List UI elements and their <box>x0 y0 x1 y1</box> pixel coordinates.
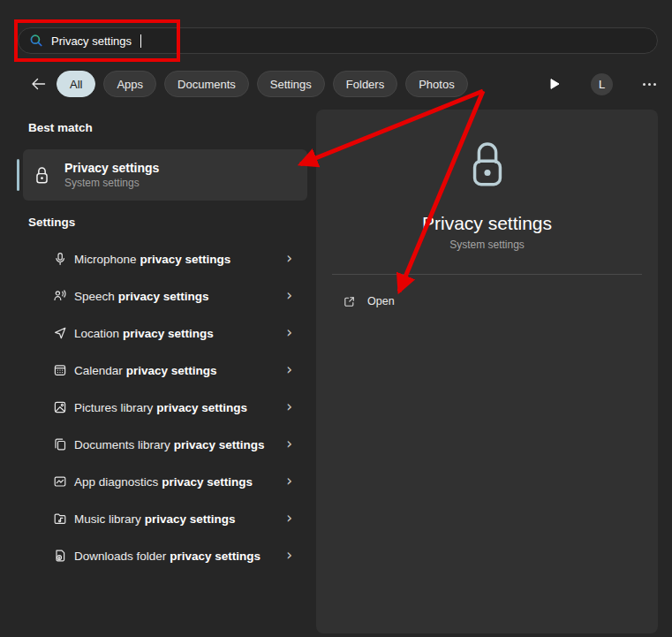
open-button[interactable]: Open <box>343 290 402 313</box>
chevron-right-icon: › <box>286 546 292 564</box>
downloads-icon <box>53 549 67 563</box>
result-speech-privacy[interactable]: Speechprivacy settings › <box>18 277 312 315</box>
location-icon <box>53 326 67 340</box>
result-calendar-privacy[interactable]: Calendarprivacy settings › <box>18 352 312 389</box>
settings-section-header: Settings <box>28 216 75 229</box>
selection-accent-bar <box>17 159 19 191</box>
chevron-right-icon: › <box>286 286 292 304</box>
play-icon[interactable] <box>548 77 561 91</box>
tab-documents[interactable]: Documents <box>164 71 249 97</box>
filter-tabs: All Apps Documents Settings Folders Phot… <box>57 71 468 97</box>
best-match-result[interactable]: Privacy settings System settings <box>23 149 307 201</box>
result-location-privacy[interactable]: Locationprivacy settings › <box>18 315 312 352</box>
chevron-right-icon: › <box>286 323 292 341</box>
settings-results-list: Microphoneprivacy settings › Speechpriva… <box>18 240 312 574</box>
avatar[interactable]: L <box>591 73 613 95</box>
best-match-subtitle: System settings <box>64 177 159 189</box>
documents-icon <box>53 437 67 451</box>
result-documents-library-privacy[interactable]: Documents libraryprivacy settings › <box>18 426 312 463</box>
result-downloads-folder-privacy[interactable]: Downloads folderprivacy settings › <box>18 537 312 574</box>
result-app-diagnostics-privacy[interactable]: App diagnosticsprivacy settings › <box>18 463 312 500</box>
toolbar-right-cluster: L <box>548 71 656 97</box>
best-match-header: Best match <box>28 121 93 134</box>
back-icon[interactable] <box>30 77 46 91</box>
open-external-icon <box>343 295 356 308</box>
preview-title: Privacy settings <box>316 213 658 234</box>
chevron-right-icon: › <box>286 435 292 452</box>
tab-all[interactable]: All <box>57 71 95 97</box>
preview-panel: Privacy settings System settings Open <box>316 110 658 633</box>
chevron-right-icon: › <box>286 472 292 489</box>
preview-subtitle: System settings <box>316 239 658 251</box>
divider <box>332 274 642 275</box>
tab-apps[interactable]: Apps <box>103 71 156 97</box>
text-caret <box>140 34 141 48</box>
open-button-label: Open <box>367 295 395 307</box>
microphone-icon <box>53 252 67 266</box>
speech-icon <box>53 289 67 303</box>
tab-folders[interactable]: Folders <box>333 71 397 97</box>
lock-icon <box>34 165 50 186</box>
music-folder-icon <box>53 512 67 526</box>
chevron-right-icon: › <box>286 398 292 415</box>
filter-toolbar: All Apps Documents Settings Folders Phot… <box>0 71 672 97</box>
result-music-library-privacy[interactable]: Music libraryprivacy settings › <box>18 500 312 537</box>
best-match-title: Privacy settings <box>64 161 159 175</box>
search-icon <box>29 34 43 48</box>
chevron-right-icon: › <box>286 249 292 267</box>
tab-settings[interactable]: Settings <box>257 71 325 97</box>
chevron-right-icon: › <box>286 360 292 378</box>
diagnostics-icon <box>53 474 67 489</box>
chevron-right-icon: › <box>286 509 292 527</box>
result-microphone-privacy[interactable]: Microphoneprivacy settings › <box>18 240 312 277</box>
pictures-icon <box>53 400 67 414</box>
result-pictures-library-privacy[interactable]: Pictures libraryprivacy settings › <box>18 389 312 426</box>
lock-icon-large <box>465 138 510 194</box>
search-input[interactable]: Privacy settings <box>18 27 658 54</box>
calendar-icon <box>53 363 67 377</box>
tab-photos[interactable]: Photos <box>405 71 467 97</box>
more-options-icon[interactable] <box>643 83 656 86</box>
search-query-text: Privacy settings <box>51 34 132 48</box>
